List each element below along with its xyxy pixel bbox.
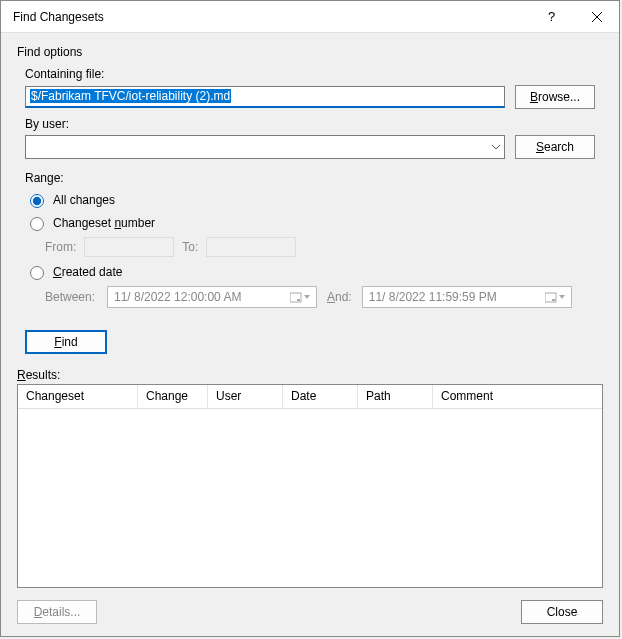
results-grid[interactable]: Changeset Change User Date Path Comment [17,384,603,588]
date-and-input: 11/ 8/2022 11:59:59 PM [362,286,572,308]
col-user[interactable]: User [208,385,283,408]
window-title: Find Changesets [13,10,529,24]
date-between-input: 11/ 8/2022 12:00:00 AM [107,286,317,308]
results-label: Results: [17,368,603,382]
svg-rect-3 [297,299,300,301]
close-button[interactable]: Close [521,600,603,624]
range-number-label: Changeset number [53,216,155,230]
and-label: And: [327,290,352,304]
col-date[interactable]: Date [283,385,358,408]
by-user-label: By user: [25,117,595,131]
range-all-option[interactable]: All changes [25,191,595,208]
changeset-number-subrow: From: To: [45,237,595,257]
from-input [84,237,174,257]
range-created-label: Created date [53,265,122,279]
calendar-dropdown-icon [545,292,565,303]
range-all-label: All changes [53,193,115,207]
between-label: Between: [45,290,97,304]
svg-rect-6 [552,299,555,301]
from-label: From: [45,240,76,254]
radio-created-date[interactable] [30,266,44,280]
range-label: Range: [25,171,595,185]
results-section: Results: Changeset Change User Date Path… [17,368,603,588]
find-button[interactable]: Find [25,330,107,354]
containing-file-input[interactable]: $/Fabrikam TFVC/iot-reliability (2).md [25,86,505,108]
browse-button[interactable]: Browse... [515,85,595,109]
svg-marker-7 [559,295,565,299]
grid-header: Changeset Change User Date Path Comment [18,385,602,409]
find-options-group: Containing file: $/Fabrikam TFVC/iot-rel… [17,67,603,354]
col-comment[interactable]: Comment [433,385,602,408]
col-change[interactable]: Change [138,385,208,408]
col-changeset[interactable]: Changeset [18,385,138,408]
calendar-dropdown-icon [290,292,310,303]
radio-changeset-number[interactable] [30,217,44,231]
to-label: To: [182,240,198,254]
help-button[interactable]: ? [529,1,574,33]
grid-body [18,409,602,587]
dialog-footer: Details... Close [1,588,619,636]
range-number-option[interactable]: Changeset number [25,214,595,231]
find-options-label: Find options [17,45,603,59]
svg-marker-4 [304,295,310,299]
dialog-content: Find options Containing file: $/Fabrikam… [1,33,619,588]
close-window-button[interactable] [574,1,619,33]
col-path[interactable]: Path [358,385,433,408]
titlebar: Find Changesets ? [1,1,619,33]
chevron-down-icon [492,143,500,152]
range-created-option[interactable]: Created date [25,263,595,280]
radio-all-changes[interactable] [30,194,44,208]
to-input [206,237,296,257]
details-button: Details... [17,600,97,624]
search-button[interactable]: Search [515,135,595,159]
close-icon [592,12,602,22]
containing-file-label: Containing file: [25,67,595,81]
find-changesets-dialog: Find Changesets ? Find options Containin… [0,0,620,637]
by-user-combo[interactable] [25,135,505,159]
created-date-subrow: Between: 11/ 8/2022 12:00:00 AM And: 11/… [45,286,595,308]
